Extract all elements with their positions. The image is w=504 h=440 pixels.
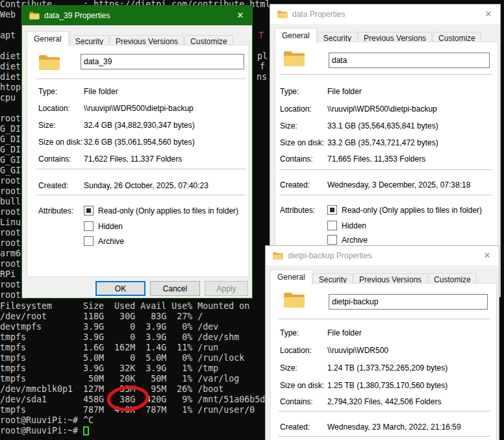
field-value: \\ruuvipi\WDR500\dietpi-backup	[327, 104, 437, 114]
df-row: tmpfs 3.9G 0 3.9G 0% /dev/shm	[0, 332, 239, 343]
archive-checkbox[interactable]	[327, 235, 337, 245]
field-label: Type:	[38, 87, 57, 96]
divider	[36, 169, 246, 169]
field-value: 71,622 Files, 11,337 Folders	[84, 154, 182, 164]
dialog-title: data_39 Properties	[44, 11, 110, 20]
field-label: Size on disk:	[38, 138, 82, 147]
field-label: Contains:	[280, 154, 313, 164]
close-icon[interactable]: ✕	[229, 6, 252, 25]
field-value: 33.1 GB (35,564,635,841 bytes)	[327, 121, 438, 130]
dialog-title: dietpi-backup Properties	[288, 251, 372, 260]
readonly-label: Read-only (Only applies to files in fold…	[342, 206, 482, 215]
field-value: 1.25 TB (1,380,735,170,560 bytes)	[327, 381, 447, 390]
attributes-label: Attributes:	[38, 206, 73, 215]
ok-button[interactable]: OK	[95, 281, 145, 296]
hidden-label: Hidden	[98, 222, 123, 231]
terminal-line: diet	[0, 62, 21, 72]
folder-icon	[277, 10, 288, 19]
field-label: Contains:	[38, 154, 71, 164]
divider	[279, 319, 490, 319]
terminal-line: htop	[0, 82, 21, 93]
field-label: Type:	[280, 87, 299, 96]
hidden-label: Hidden	[342, 221, 366, 230]
divider	[279, 74, 492, 75]
field-label: Size:	[38, 121, 56, 130]
field-value: 32.4 GB (34,882,930,347 bytes)	[84, 121, 195, 130]
terminal-line: diet	[0, 51, 21, 62]
field-value: 33.2 GB (35,743,721,472 bytes)	[327, 138, 438, 147]
field-value: \\ruuvipi\WDR500\dietpi-backup	[84, 104, 194, 113]
field-value: File folder	[84, 87, 118, 96]
df-row: tmpfs 5.0M 0 5.0M 0% /run/lock	[0, 353, 244, 363]
df-row: devtmpfs 3.9G 0 3.9G 0% /dev	[0, 322, 218, 332]
df-header-row: Filesystem Size Used Avail Use% Mounted …	[0, 301, 249, 312]
field-label: Contains:	[280, 397, 313, 406]
field-label: Location:	[280, 346, 312, 355]
field-label: Type:	[280, 328, 299, 337]
field-value: File folder	[327, 87, 362, 96]
folder-name-field[interactable]	[329, 53, 490, 68]
divider	[279, 411, 490, 411]
tab-general[interactable]: General	[275, 28, 317, 44]
hidden-checkbox[interactable]	[327, 221, 337, 230]
dialog-data39-properties[interactable]: data_39 Properties ✕ GeneralSecurityPrev…	[21, 5, 253, 299]
field-value: 32.6 GB (35,061,954,560 bytes)	[84, 138, 195, 147]
folder-name-field[interactable]	[81, 54, 244, 69]
df-row: /dev/root 118G 30G 83G 27% /	[0, 312, 203, 322]
hidden-checkbox[interactable]	[84, 221, 94, 231]
terminal-cursor	[83, 426, 89, 435]
field-label: Location:	[280, 104, 312, 114]
field-label: Size:	[280, 363, 297, 373]
screen: Contribute : https://dietpi.com/contribu…	[0, 0, 504, 440]
apply-button[interactable]: Apply	[205, 281, 248, 296]
folder-icon	[283, 290, 305, 310]
tab-general[interactable]: General	[27, 31, 69, 47]
archive-label: Archive	[342, 236, 368, 245]
terminal-line: diet	[0, 72, 21, 82]
df-row: /dev/sda1 458G 38G 420G 9% /mnt/51a06b5d…	[0, 395, 270, 405]
tab-bar: GeneralSecurityPrevious VersionsCustomiz…	[27, 31, 234, 45]
terminal-fragment: ns	[257, 72, 267, 82]
field-value: \\ruuvipi\WDR500	[327, 346, 388, 355]
field-value: 71,665 Files, 11,353 Folders	[327, 154, 425, 164]
tab-general[interactable]: General	[270, 269, 312, 286]
dialog-titlebar[interactable]: dietpi-backup Properties ✕	[266, 246, 499, 266]
field-label: Location:	[38, 104, 70, 113]
terminal-fragment: pl	[257, 51, 268, 62]
attributes-label: Attributes:	[280, 206, 315, 215]
close-icon[interactable]: ✕	[475, 246, 499, 265]
field-value: File folder	[327, 328, 362, 337]
folder-icon	[283, 49, 305, 68]
field-value: 2,794,320 Files, 442,506 Folders	[327, 397, 441, 406]
terminal-line: Web	[0, 10, 16, 20]
folder-name-field[interactable]	[329, 294, 488, 310]
field-label: Created:	[280, 422, 310, 432]
dialog-titlebar[interactable]: data Properties ✕	[270, 5, 500, 25]
divider	[36, 195, 246, 195]
dialog-titlebar[interactable]: data_39 Properties ✕	[22, 6, 252, 25]
divider	[279, 436, 490, 437]
field-label: Created:	[38, 181, 68, 190]
divider	[36, 79, 246, 79]
df-row: tmpfs 50M 20K 50M 1% /var/log	[0, 374, 239, 384]
field-value: 1.24 TB (1,373,752,265,209 bytes)	[327, 363, 447, 373]
prompt-line: root@RuuviPi:~# ^C	[0, 415, 94, 426]
cancel-button[interactable]: Cancel	[150, 281, 200, 296]
df-row: tmpfs 1.6G 162M 1.4G 11% /run	[0, 343, 218, 353]
readonly-checkbox[interactable]	[84, 206, 94, 215]
terminal-line: cpu	[0, 93, 16, 103]
terminal-line: apt	[0, 31, 16, 41]
readonly-label: Read-only (Only applies to files in fold…	[98, 206, 238, 215]
terminal-fragment: T	[258, 31, 264, 41]
dialog-dietpi-backup-properties[interactable]: dietpi-backup Properties ✕ GeneralSecuri…	[265, 245, 499, 440]
field-label: Created:	[280, 180, 310, 189]
close-icon[interactable]: ✕	[477, 5, 500, 24]
readonly-checkbox[interactable]	[327, 205, 337, 215]
folder-icon	[38, 53, 60, 72]
divider	[279, 195, 492, 195]
terminal-fragment: f	[260, 62, 265, 72]
archive-checkbox[interactable]	[84, 236, 94, 246]
tab-bar: GeneralSecurityPrevious VersionsCustomiz…	[275, 28, 482, 42]
field-value: Wednesday, 3 December, 2025, 07:38:18	[327, 180, 470, 189]
archive-label: Archive	[98, 237, 124, 246]
